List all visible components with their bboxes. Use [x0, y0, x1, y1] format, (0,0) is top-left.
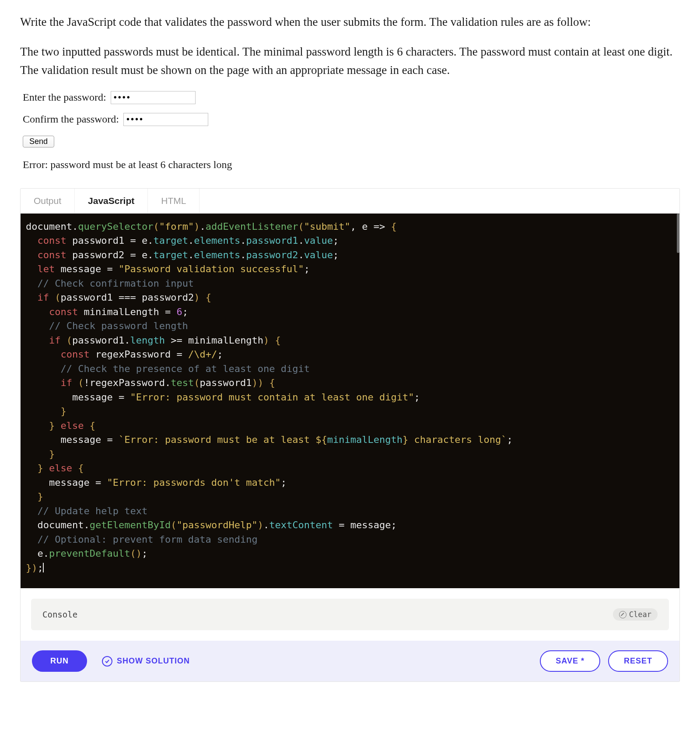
- tab-javascript[interactable]: JavaScript: [75, 189, 148, 213]
- intro-text: Write the JavaScript code that validates…: [20, 13, 680, 32]
- code-area[interactable]: document.querySelector("form").addEventL…: [21, 214, 679, 589]
- confirm-password-label: Confirm the password:: [23, 113, 119, 125]
- cursor-icon: [43, 563, 44, 572]
- password-input-1[interactable]: [111, 91, 196, 104]
- console-label: Console: [42, 610, 77, 619]
- ban-icon: [619, 611, 626, 618]
- tab-html[interactable]: HTML: [148, 189, 200, 213]
- demo-error-message: Error: password must be at least 6 chara…: [23, 159, 680, 171]
- editor-footer: RUN SHOW SOLUTION SAVE * RESET: [21, 641, 679, 681]
- check-icon: [102, 656, 112, 667]
- code-editor: Output JavaScript HTML document.querySel…: [20, 188, 680, 682]
- console-panel: Console Clear: [31, 599, 669, 630]
- clear-console-button[interactable]: Clear: [613, 608, 658, 621]
- send-button[interactable]: Send: [23, 136, 54, 147]
- reset-button[interactable]: RESET: [608, 650, 668, 672]
- show-solution-label: SHOW SOLUTION: [117, 656, 190, 666]
- save-button[interactable]: SAVE *: [540, 650, 600, 672]
- tab-output[interactable]: Output: [21, 189, 75, 213]
- code-content: document.querySelector("form").addEventL…: [26, 220, 674, 576]
- password-demo: Enter the password: Confirm the password…: [23, 91, 680, 171]
- password-input-2[interactable]: [123, 113, 208, 126]
- show-solution-button[interactable]: SHOW SOLUTION: [99, 656, 192, 667]
- enter-password-label: Enter the password:: [23, 91, 106, 103]
- editor-tabs: Output JavaScript HTML: [21, 189, 679, 214]
- clear-label: Clear: [629, 610, 651, 619]
- rules-text: The two inputted passwords must be ident…: [20, 43, 680, 80]
- run-button[interactable]: RUN: [32, 650, 87, 672]
